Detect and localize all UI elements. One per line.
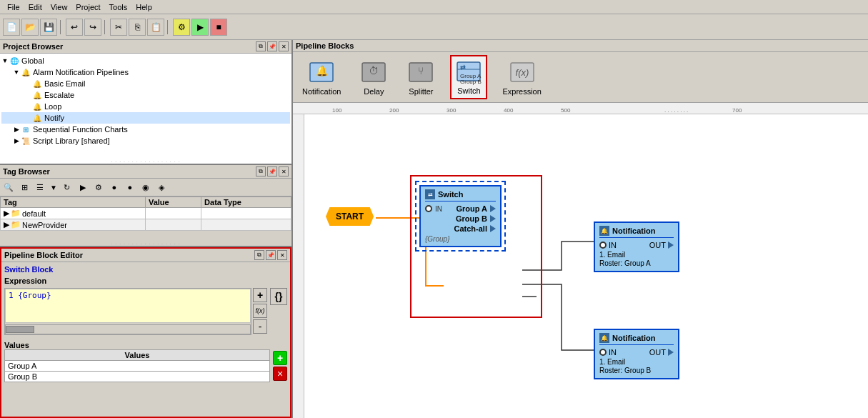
toolbar-stop[interactable]: ■ — [210, 19, 227, 36]
switch-outer-box[interactable]: ⇄ Switch IN Group A Group B — [415, 181, 506, 252]
switch-group-b-port[interactable] — [490, 215, 496, 222]
tag-btn-6[interactable]: ⚙ — [91, 180, 106, 194]
tag-btn-2[interactable]: ⊞ — [17, 180, 31, 194]
restore-btn[interactable]: ⧉ — [256, 41, 266, 51]
switch-in-port[interactable] — [425, 205, 432, 212]
tool-splitter[interactable]: ⑂ Splitter — [403, 56, 439, 99]
tag-row-default[interactable]: ▶ 📁 default — [1, 208, 291, 219]
toolbar-undo[interactable]: ↩ — [66, 19, 83, 36]
curly-braces-btn[interactable]: {} — [270, 288, 287, 305]
menu-tools[interactable]: Tools — [105, 1, 132, 13]
tool-delay[interactable]: ⏱ Delay — [356, 56, 391, 99]
tag-btn-1[interactable]: 🔍 — [1, 180, 16, 194]
notif-bot-out-port[interactable] — [668, 349, 674, 356]
menu-file[interactable]: File — [3, 1, 24, 13]
notif-bot-in-port[interactable] — [599, 349, 607, 356]
toolbar-cut[interactable]: ✂ — [110, 19, 127, 36]
pipeline-block-editor: Pipeline Block Editor ⧉ 📌 ✕ Switch Block… — [0, 247, 291, 418]
expression-input[interactable]: 1 {Group} — [5, 289, 251, 323]
tree-item-alarm[interactable]: ▼ 🔔 Alarm Notification Pipelines — [1, 66, 290, 78]
notif-top-header: 🔔 Notification — [599, 226, 674, 238]
pe-close-btn[interactable]: ✕ — [277, 250, 287, 260]
menu-edit[interactable]: Edit — [24, 1, 46, 13]
tree-item-loop[interactable]: ▶ 🔔 Loop — [1, 101, 290, 112]
tree-item-basic-email[interactable]: ▶ 🔔 Basic Email — [1, 78, 290, 89]
menu-view[interactable]: View — [46, 1, 72, 13]
expand-script[interactable]: ▶ — [13, 137, 20, 144]
tag-toolbar: 🔍 ⊞ ☰ ▼ ↻ ▶ ⚙ ● ● ◉ ◈ — [0, 179, 291, 196]
tag-restore-btn[interactable]: ⧉ — [256, 166, 266, 176]
tag-btn-7[interactable]: ● — [107, 180, 121, 194]
expr-minus-btn[interactable]: - — [253, 319, 267, 334]
notif-top-in-port[interactable] — [599, 242, 607, 249]
tag-header-controls: ⧉ 📌 ✕ — [256, 166, 289, 176]
pe-restore-btn[interactable]: ⧉ — [254, 250, 264, 260]
notify-icon: 🔔 — [31, 113, 43, 123]
value-groupb[interactable]: Group B — [5, 372, 270, 382]
toolbar-copy[interactable]: ⎘ — [129, 19, 146, 36]
tag-browser-scrolldots: . . . . . . . . . . . . . . . . . — [0, 239, 291, 246]
tag-pin-btn[interactable]: 📌 — [267, 166, 277, 176]
close-btn[interactable]: ✕ — [279, 41, 289, 51]
tree-item-sfc[interactable]: ▶ ⊞ Sequential Function Charts — [1, 124, 290, 135]
pe-pin-btn[interactable]: 📌 — [266, 250, 276, 260]
expand-alarm[interactable]: ▼ — [13, 69, 20, 76]
tree-item-escalate[interactable]: ▶ 🔔 Escalate — [1, 89, 290, 101]
toolbar-paste[interactable]: 📋 — [147, 19, 164, 36]
col-value: Value — [145, 197, 201, 208]
expr-fx-btn[interactable]: f(x) — [253, 304, 267, 318]
svg-text:f(x): f(x) — [515, 67, 529, 78]
switch-inner-box[interactable]: ⇄ Switch IN Group A Group B — [419, 185, 502, 247]
value-groupa[interactable]: Group A — [5, 361, 270, 372]
value-row-groupb[interactable]: Group B — [5, 372, 270, 382]
toolbar-open[interactable]: 📂 — [21, 19, 39, 36]
tag-btn-9[interactable]: ◉ — [139, 180, 153, 194]
tree-item-script[interactable]: ▶ 📜 Script Library [shared] — [1, 135, 290, 146]
tool-expression[interactable]: f(x) Expression — [499, 56, 544, 99]
tag-close-btn[interactable]: ✕ — [279, 166, 289, 176]
svg-text:⏱: ⏱ — [369, 65, 379, 76]
delete-value-btn[interactable]: × — [273, 367, 287, 381]
toolbar-run[interactable]: ▶ — [191, 19, 209, 36]
scrollbar-thumb[interactable] — [6, 326, 34, 333]
ruler-tick-300: 300 — [447, 107, 456, 114]
menu-help[interactable]: Help — [131, 1, 156, 13]
canvas-content[interactable]: START ⇄ Switch IN — [304, 114, 868, 418]
expand-global[interactable]: ▼ — [1, 57, 9, 64]
menu-project[interactable]: Project — [71, 1, 104, 13]
tag-btn-8[interactable]: ● — [123, 180, 137, 194]
tree-item-notify[interactable]: ▶ 🔔 Notify — [1, 112, 290, 124]
tree-item-global[interactable]: ▼ 🌐 Global — [1, 55, 290, 66]
expand-default-icon[interactable]: ▶ — [4, 209, 9, 218]
tool-switch[interactable]: ⇄ Group A Group B Switch — [450, 55, 487, 99]
expand-sfc[interactable]: ▶ — [13, 126, 20, 133]
notification-node-top[interactable]: 🔔 Notification IN OUT 1. Email — [594, 222, 679, 272]
toolbar-redo[interactable]: ↪ — [84, 19, 101, 36]
switch-catchall-port[interactable] — [490, 225, 496, 232]
tool-notification[interactable]: 🔔 Notification — [299, 56, 344, 99]
tag-btn-5[interactable]: ▶ — [76, 180, 90, 194]
add-value-btn[interactable]: + — [273, 351, 287, 365]
tree-label-notify: Notify — [44, 114, 64, 122]
expr-plus-btn[interactable]: + — [253, 288, 267, 302]
toolbar-save[interactable]: 💾 — [40, 19, 57, 36]
switch-group-a-port[interactable] — [490, 205, 496, 212]
notification-node-bottom[interactable]: 🔔 Notification IN OUT 1. Email — [594, 329, 679, 379]
tag-btn-3[interactable]: ☰ — [33, 180, 47, 194]
tag-btn-4[interactable]: ↻ — [60, 180, 74, 194]
toolbar-build[interactable]: ⚙ — [173, 19, 190, 36]
start-node[interactable]: START — [326, 207, 374, 226]
canvas-area[interactable]: 100 200 300 400 500 . . . . . . . . 700 — [293, 103, 868, 418]
tag-row-newprovider[interactable]: ▶ 📁 NewProvider — [1, 219, 291, 231]
pin-btn[interactable]: 📌 — [267, 41, 277, 51]
notif-top-out-port[interactable] — [668, 242, 674, 249]
expression-container: 1 {Group} — [4, 288, 251, 335]
expand-newprovider-icon[interactable]: ▶ — [4, 220, 9, 229]
value-row-groupa[interactable]: Group A — [5, 361, 270, 372]
expression-scrollbar[interactable] — [5, 324, 251, 334]
loop-icon: 🔔 — [31, 101, 43, 111]
main-toolbar: 📄 📂 💾 ↩ ↪ ✂ ⎘ 📋 ⚙ ▶ ■ — [0, 14, 868, 40]
tag-btn-10[interactable]: ◈ — [154, 180, 169, 194]
tree-label-sfc: Sequential Function Charts — [33, 125, 128, 134]
toolbar-new[interactable]: 📄 — [3, 19, 20, 36]
